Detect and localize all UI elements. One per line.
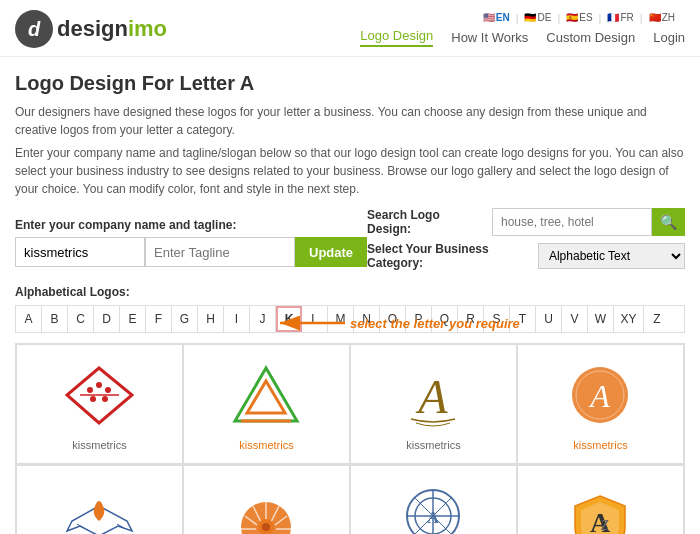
alpha-label: Alphabetical Logos:: [15, 285, 685, 299]
header: d designimo 🇺🇸 EN | 🇩🇪 DE | 🇪🇸 ES | 🇫�: [0, 0, 700, 57]
search-row: 🔍: [492, 208, 685, 236]
svg-text:A: A: [427, 509, 439, 526]
flag-zh-label: ZH: [662, 12, 675, 23]
search-label: Search Logo Design:: [367, 208, 486, 236]
svg-point-5: [105, 387, 111, 393]
letter-B[interactable]: B: [42, 306, 68, 332]
input-row: Update: [15, 237, 367, 267]
search-button[interactable]: 🔍: [652, 208, 685, 236]
letter-Z[interactable]: Z: [644, 306, 670, 332]
company-name-input[interactable]: [15, 237, 145, 267]
logo-card-3[interactable]: A kissmetrics: [350, 344, 517, 464]
business-category-select[interactable]: Alphabetic Text: [538, 243, 685, 269]
tagline-input[interactable]: [145, 237, 295, 267]
svg-point-27: [262, 523, 270, 531]
logo-visual-4: A: [561, 361, 641, 431]
svg-marker-10: [247, 381, 285, 413]
logo-grid-row1: kissmetrics kissmetrics A: [15, 343, 685, 465]
flag-zh[interactable]: 🇨🇳 ZH: [649, 12, 675, 23]
nav-custom-design[interactable]: Custom Design: [546, 30, 635, 45]
letter-S[interactable]: S: [484, 306, 510, 332]
svg-text:z: z: [600, 512, 609, 534]
language-flags: 🇺🇸 EN | 🇩🇪 DE | 🇪🇸 ES | 🇫🇷 FR | 🇨🇳 ZH: [483, 12, 675, 24]
logo-name-2: kissmetrics: [239, 439, 293, 451]
letter-V[interactable]: V: [562, 306, 588, 332]
flag-separator-3: |: [599, 12, 602, 24]
logo-name-4: kissmetrics: [573, 439, 627, 451]
description-1: Our designers have designed these logos …: [15, 103, 685, 139]
letter-D[interactable]: D: [94, 306, 120, 332]
logo-card-1[interactable]: kissmetrics: [16, 344, 183, 464]
business-label: Select Your Business Category:: [367, 242, 532, 270]
flag-separator-1: |: [516, 12, 519, 24]
svg-point-7: [90, 396, 96, 402]
letter-C[interactable]: C: [68, 306, 94, 332]
letter-P[interactable]: P: [406, 306, 432, 332]
letter-I[interactable]: I: [224, 306, 250, 332]
letter-L[interactable]: L: [302, 306, 328, 332]
letter-G[interactable]: G: [172, 306, 198, 332]
logo-card-2[interactable]: kissmetrics: [183, 344, 350, 464]
svg-text:a: a: [277, 528, 290, 535]
nav-logo-design[interactable]: Logo Design: [360, 28, 433, 47]
logo-visual-8: A z: [561, 487, 641, 535]
logo-card-8[interactable]: A z: [517, 465, 684, 534]
logo-svg-6: a: [229, 492, 304, 535]
logo-visual-1: [60, 361, 140, 431]
letter-R[interactable]: R: [458, 306, 484, 332]
search-input[interactable]: [492, 208, 652, 236]
nav-how-it-works[interactable]: How It Works: [451, 30, 528, 45]
letter-H[interactable]: H: [198, 306, 224, 332]
letter-J[interactable]: J: [250, 306, 276, 332]
alpha-section: Alphabetical Logos: A B C D E F G H I J …: [15, 285, 685, 333]
logo-name-1: kissmetrics: [72, 439, 126, 451]
logo-card-4[interactable]: A kissmetrics: [517, 344, 684, 464]
description-2: Enter your company name and tagline/slog…: [15, 144, 685, 198]
letter-N[interactable]: N: [354, 306, 380, 332]
logo-visual-5: [60, 481, 140, 534]
letter-W[interactable]: W: [588, 306, 614, 332]
svg-text:A: A: [415, 370, 448, 423]
nav-links: Logo Design How It Works Custom Design L…: [360, 28, 685, 47]
letter-O[interactable]: O: [380, 306, 406, 332]
logo-visual-3: A: [394, 361, 474, 431]
logo-svg-4: A: [563, 363, 638, 428]
right-controls: Search Logo Design: 🔍 Select Your Busine…: [367, 208, 685, 270]
letter-Q[interactable]: Q: [432, 306, 458, 332]
letter-K[interactable]: K: [276, 306, 302, 332]
header-right: 🇺🇸 EN | 🇩🇪 DE | 🇪🇸 ES | 🇫🇷 FR | 🇨🇳 ZH: [360, 12, 685, 47]
logo-name-3: kissmetrics: [406, 439, 460, 451]
letter-A[interactable]: A: [16, 306, 42, 332]
letter-XY[interactable]: XY: [614, 306, 644, 332]
flag-en[interactable]: 🇺🇸 EN: [483, 12, 510, 23]
letter-E[interactable]: E: [120, 306, 146, 332]
alpha-container: A B C D E F G H I J K L M N O P Q R S T: [15, 305, 685, 333]
flag-es[interactable]: 🇪🇸 ES: [566, 12, 592, 23]
flag-en-label: EN: [496, 12, 510, 23]
logo-svg-8: A z: [563, 492, 638, 535]
page-title: Logo Design For Letter A: [15, 72, 685, 95]
company-label: Enter your company name and tagline:: [15, 218, 367, 232]
letter-T[interactable]: T: [510, 306, 536, 332]
svg-text:A: A: [588, 378, 610, 414]
letter-M[interactable]: M: [328, 306, 354, 332]
letter-U[interactable]: U: [536, 306, 562, 332]
search-section: Search Logo Design: 🔍: [367, 208, 685, 236]
logo-grid-row2: kissmetrics: [15, 465, 685, 534]
business-section: Select Your Business Category: Alphabeti…: [367, 242, 685, 270]
logo-visual-2: [227, 361, 307, 431]
flag-de[interactable]: 🇩🇪 DE: [524, 12, 551, 23]
nav-login[interactable]: Login: [653, 30, 685, 45]
logo-icon: d: [15, 10, 53, 48]
flag-fr[interactable]: 🇫🇷 FR: [607, 12, 633, 23]
left-controls: Enter your company name and tagline: Upd…: [15, 208, 367, 275]
update-button[interactable]: Update: [295, 237, 367, 267]
logo-svg-7: A: [396, 486, 471, 534]
letter-F[interactable]: F: [146, 306, 172, 332]
logo-card-6[interactable]: a: [183, 465, 350, 534]
logo-card-7[interactable]: A kissmetrics: [350, 465, 517, 534]
logo-visual-6: a: [227, 487, 307, 535]
logo-svg-5: [62, 486, 137, 534]
top-controls: Enter your company name and tagline: Upd…: [15, 208, 685, 275]
logo-card-5[interactable]: kissmetrics: [16, 465, 183, 534]
